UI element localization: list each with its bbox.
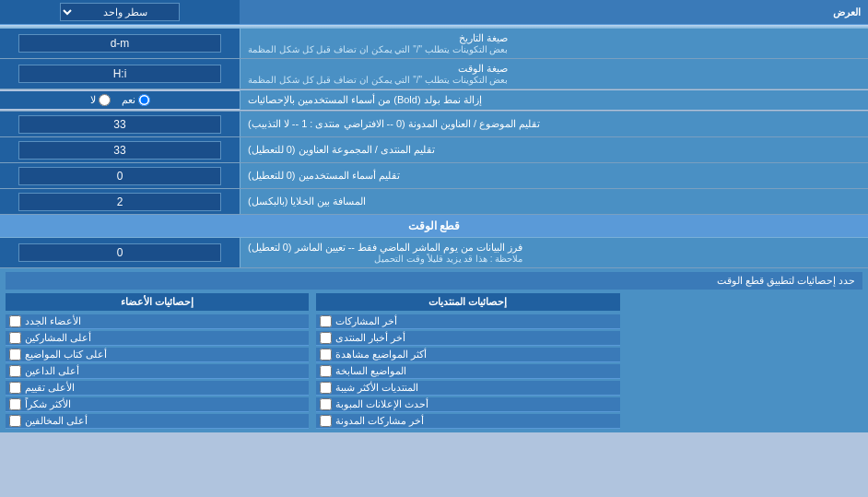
display-select[interactable]: سطر واحدسطرينثلاثة أسطر xyxy=(60,3,180,21)
list-item: المواضيع السابخة xyxy=(316,364,619,379)
date-format-input[interactable] xyxy=(18,34,221,53)
members-col-header: إحصائيات الأعضاء xyxy=(6,293,309,311)
cutoff-input[interactable] xyxy=(18,243,221,262)
cell-spacing-input[interactable] xyxy=(18,193,221,211)
date-format-label: صيغة التاريخ بعض التكوينات يتطلب "/" الت… xyxy=(240,29,868,58)
time-format-label: صيغة الوقت بعض التكوينات يتطلب "/" التي … xyxy=(240,59,868,89)
usernames-input[interactable] xyxy=(18,167,221,185)
list-item: أعلى الداعين xyxy=(6,364,309,379)
checkbox-member-1[interactable] xyxy=(9,332,21,344)
checkbox-post-4[interactable] xyxy=(320,382,332,394)
radio-no[interactable] xyxy=(99,94,111,106)
list-item: الأعلى تقييم xyxy=(6,381,309,396)
forum-topic-label: تقليم الموضوع / العناوين المدونة (0 -- ا… xyxy=(240,112,868,136)
list-item: أحدث الإعلانات المبوبة xyxy=(316,397,619,412)
usernames-row: تقليم أسماء المستخدمين (0 للتعطيل) xyxy=(0,163,868,189)
list-item: أخر المشاركات xyxy=(316,314,619,329)
date-format-input-area xyxy=(0,29,240,58)
spacer-col: · xyxy=(620,293,862,429)
checkbox-member-5[interactable] xyxy=(9,398,21,410)
cutoff-section-header: قطع الوقت xyxy=(0,215,868,238)
list-item: أخر مشاركات المدونة xyxy=(316,414,619,429)
date-format-row: صيغة التاريخ بعض التكوينات يتطلب "/" الت… xyxy=(0,29,868,59)
usernames-input-area xyxy=(0,163,240,188)
time-format-input[interactable] xyxy=(18,65,221,83)
bottom-section: حدد إحصائيات لتطبيق قطع الوقت · إحصائيات… xyxy=(0,268,868,432)
header-label: العرض xyxy=(240,3,868,22)
checkbox-columns: · إحصائيات المنتديات أخر المشاركات أخر أ… xyxy=(6,293,862,429)
separator xyxy=(309,293,316,429)
list-item: أعلى المخالفين xyxy=(6,414,309,429)
checkbox-member-4[interactable] xyxy=(9,382,21,394)
forum-group-input-area xyxy=(0,137,240,162)
checkbox-member-0[interactable] xyxy=(9,315,21,327)
forum-group-input[interactable] xyxy=(18,141,221,160)
radio-yes-label[interactable]: نعم xyxy=(122,94,150,106)
header-control: سطر واحدسطرينثلاثة أسطر xyxy=(0,0,240,24)
radio-no-label[interactable]: لا xyxy=(90,94,111,106)
posts-col: إحصائيات المنتديات أخر المشاركات أخر أخب… xyxy=(316,293,619,429)
members-col: إحصائيات الأعضاء الأعضاء الجدد أعلى المش… xyxy=(6,293,309,429)
header-row: العرض سطر واحدسطرينثلاثة أسطر xyxy=(0,0,868,25)
bold-remove-row: إزالة نمط بولد (Bold) من أسماء المستخدمي… xyxy=(0,89,868,112)
list-item: المنتديات الأكثر شيبة xyxy=(316,381,619,396)
forum-topic-row: تقليم الموضوع / العناوين المدونة (0 -- ا… xyxy=(0,112,868,137)
cutoff-input-area xyxy=(0,238,240,267)
checkbox-post-3[interactable] xyxy=(320,365,332,377)
checkbox-post-2[interactable] xyxy=(320,349,332,361)
list-item: أعلى كتاب المواضيع xyxy=(6,348,309,362)
cell-spacing-input-area xyxy=(0,189,240,214)
list-item: أعلى المشاركين xyxy=(6,331,309,346)
cutoff-label: فرز البيانات من يوم الماشر الماضي فقط --… xyxy=(240,238,868,267)
cutoff-row: فرز البيانات من يوم الماشر الماضي فقط --… xyxy=(0,238,868,268)
checkbox-member-3[interactable] xyxy=(9,365,21,377)
list-item: الأكثر شكراً xyxy=(6,397,309,412)
time-format-input-area xyxy=(0,59,240,89)
list-item: أكثر المواضيع مشاهدة xyxy=(316,348,619,362)
forum-topic-input[interactable] xyxy=(18,115,221,134)
cell-spacing-row: المسافة بين الخلايا (بالبكسل) xyxy=(0,189,868,215)
forum-group-row: تقليم المنتدى / المجموعة العناوين (0 للت… xyxy=(0,137,868,163)
bottom-header: حدد إحصائيات لتطبيق قطع الوقت xyxy=(6,272,862,290)
checkbox-post-5[interactable] xyxy=(320,398,332,410)
forum-group-label: تقليم المنتدى / المجموعة العناوين (0 للت… xyxy=(240,137,868,162)
cell-spacing-label: المسافة بين الخلايا (بالبكسل) xyxy=(240,189,868,214)
checkbox-member-6[interactable] xyxy=(9,415,21,427)
time-format-row: صيغة الوقت بعض التكوينات يتطلب "/" التي … xyxy=(0,59,868,89)
radio-yes[interactable] xyxy=(138,94,150,106)
checkbox-post-1[interactable] xyxy=(320,332,332,344)
checkbox-post-6[interactable] xyxy=(320,415,332,427)
list-item: أخر أخبار المنتدى xyxy=(316,331,619,346)
list-item: الأعضاء الجدد xyxy=(6,314,309,329)
checkbox-post-0[interactable] xyxy=(320,315,332,327)
checkbox-member-2[interactable] xyxy=(9,349,21,361)
forum-topic-input-area xyxy=(0,112,240,136)
posts-col-header: إحصائيات المنتديات xyxy=(316,293,619,311)
bold-remove-label: إزالة نمط بولد (Bold) من أسماء المستخدمي… xyxy=(240,90,868,110)
radio-area: نعم لا xyxy=(0,91,240,109)
usernames-label: تقليم أسماء المستخدمين (0 للتعطيل) xyxy=(240,163,868,188)
